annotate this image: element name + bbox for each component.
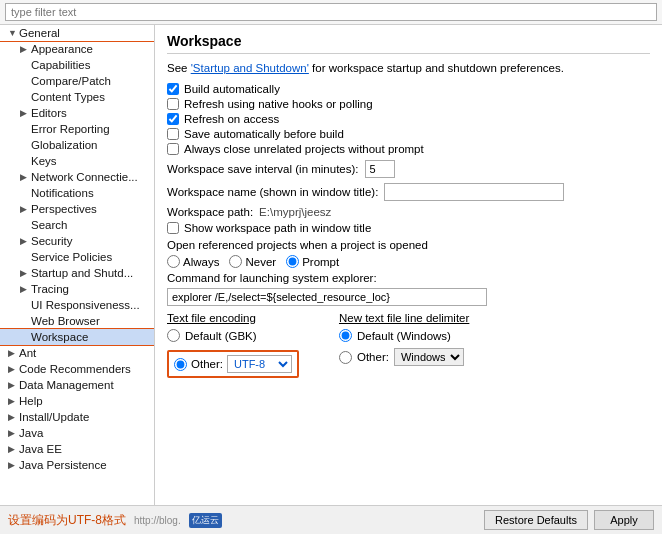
sidebar-item-general[interactable]: General — [0, 25, 154, 41]
sidebar-label-notifications: Notifications — [31, 187, 94, 199]
newline-other-label: Other: — [357, 351, 389, 363]
link-suffix: for workspace startup and shutdown prefe… — [309, 62, 564, 74]
sidebar-item-ui-responsiveness[interactable]: UI Responsiveness... — [0, 297, 154, 313]
sidebar-label-java-persistence: Java Persistence — [19, 459, 107, 471]
sidebar-item-perspectives[interactable]: Perspectives — [0, 201, 154, 217]
main-layout: GeneralAppearanceCapabilitiesCompare/Pat… — [0, 25, 662, 505]
open-ref-radio-group: Always Never Prompt — [167, 255, 650, 268]
show-path-checkbox[interactable] — [167, 222, 179, 234]
newline-default-radio[interactable] — [339, 329, 352, 342]
workspace-name-label: Workspace name (shown in window title): — [167, 186, 378, 198]
triangle-icon-startup-shutdown — [20, 268, 28, 278]
newline-other-row: Other: Windows Unix Mac OS X — [339, 348, 469, 366]
sidebar-label-network-connectivity: Network Connectie... — [31, 171, 138, 183]
newline-other-radio[interactable] — [339, 351, 352, 364]
checkbox-refresh-access[interactable] — [167, 113, 179, 125]
checkbox-build-auto[interactable] — [167, 83, 179, 95]
sidebar-label-workspace: Workspace — [31, 331, 88, 343]
text-encoding-col: Text file encoding Default (GBK) Other: … — [167, 312, 299, 378]
encoding-other-radio[interactable] — [174, 358, 187, 371]
sidebar-item-capabilities[interactable]: Capabilities — [0, 57, 154, 73]
open-ref-always-radio[interactable] — [167, 255, 180, 268]
sidebar-item-workspace[interactable]: Workspace — [0, 329, 154, 345]
sidebar-item-install-update[interactable]: Install/Update — [0, 409, 154, 425]
sidebar-label-web-browser: Web Browser — [31, 315, 100, 327]
chinese-note: 设置编码为UTF-8格式 — [8, 512, 126, 529]
sidebar-item-ant[interactable]: Ant — [0, 345, 154, 361]
watermark-logo: 亿运云 — [189, 513, 222, 528]
checkbox-row-build-auto: Build automatically — [167, 83, 650, 95]
sidebar-item-network-connectivity[interactable]: Network Connectie... — [0, 169, 154, 185]
triangle-icon-appearance — [20, 44, 28, 54]
checkbox-row-save-auto: Save automatically before build — [167, 128, 650, 140]
sidebar-label-editors: Editors — [31, 107, 67, 119]
open-ref-prompt-radio[interactable] — [286, 255, 299, 268]
open-ref-never-radio[interactable] — [229, 255, 242, 268]
sidebar-label-appearance: Appearance — [31, 43, 93, 55]
sidebar-item-error-reporting[interactable]: Error Reporting — [0, 121, 154, 137]
sidebar-label-ui-responsiveness: UI Responsiveness... — [31, 299, 140, 311]
sidebar-item-globalization[interactable]: Globalization — [0, 137, 154, 153]
explorer-command-label: Command for launching system explorer: — [167, 272, 377, 284]
triangle-icon-tracing — [20, 284, 28, 294]
page-title: Workspace — [167, 33, 650, 54]
triangle-icon-ant — [8, 348, 16, 358]
checkbox-row-refresh-access: Refresh on access — [167, 113, 650, 125]
open-ref-label: Open referenced projects when a project … — [167, 239, 650, 251]
checkbox-save-auto[interactable] — [167, 128, 179, 140]
sidebar-item-tracing[interactable]: Tracing — [0, 281, 154, 297]
open-ref-prompt[interactable]: Prompt — [286, 255, 339, 268]
filter-input[interactable] — [5, 3, 657, 21]
triangle-icon-general — [8, 28, 16, 38]
sidebar-item-security[interactable]: Security — [0, 233, 154, 249]
sidebar-item-web-browser[interactable]: Web Browser — [0, 313, 154, 329]
triangle-icon-help — [8, 396, 16, 406]
explorer-command-input[interactable] — [167, 288, 487, 306]
sidebar-label-search: Search — [31, 219, 67, 231]
sidebar-label-install-update: Install/Update — [19, 411, 89, 423]
sidebar-item-notifications[interactable]: Notifications — [0, 185, 154, 201]
encoding-default-radio[interactable] — [167, 329, 180, 342]
sidebar-label-service-policies: Service Policies — [31, 251, 112, 263]
open-ref-always[interactable]: Always — [167, 255, 219, 268]
sidebar-label-error-reporting: Error Reporting — [31, 123, 110, 135]
explorer-command-row: Command for launching system explorer: — [167, 272, 650, 284]
encoding-default-row: Default (GBK) — [167, 329, 299, 342]
sidebar-item-java-ee[interactable]: Java EE — [0, 441, 154, 457]
bottom-bar: 设置编码为UTF-8格式 http://blog. 亿运云 Restore De… — [0, 505, 662, 534]
checkbox-close-unrelated[interactable] — [167, 143, 179, 155]
sidebar-item-help[interactable]: Help — [0, 393, 154, 409]
checkbox-refresh-native[interactable] — [167, 98, 179, 110]
newline-select[interactable]: Windows Unix Mac OS X — [394, 348, 464, 366]
save-interval-input[interactable] — [365, 160, 395, 178]
sidebar-label-security: Security — [31, 235, 73, 247]
encoding-select[interactable]: UTF-8 GBK ISO-8859-1 US-ASCII — [227, 355, 292, 373]
apply-button[interactable]: Apply — [594, 510, 654, 530]
triangle-icon-install-update — [8, 412, 16, 422]
checkbox-label-save-auto: Save automatically before build — [184, 128, 344, 140]
sidebar-item-java[interactable]: Java — [0, 425, 154, 441]
restore-defaults-button[interactable]: Restore Defaults — [484, 510, 588, 530]
startup-shutdown-link[interactable]: 'Startup and Shutdown' — [191, 62, 309, 74]
sidebar-item-content-types[interactable]: Content Types — [0, 89, 154, 105]
sidebar-item-compare-patch[interactable]: Compare/Patch — [0, 73, 154, 89]
sidebar-item-service-policies[interactable]: Service Policies — [0, 249, 154, 265]
triangle-icon-network-connectivity — [20, 172, 28, 182]
sidebar-item-data-management[interactable]: Data Management — [0, 377, 154, 393]
bottom-buttons: Restore Defaults Apply — [484, 510, 654, 530]
sidebar-item-editors[interactable]: Editors — [0, 105, 154, 121]
sidebar-item-java-persistence[interactable]: Java Persistence — [0, 457, 154, 473]
sidebar-item-search[interactable]: Search — [0, 217, 154, 233]
triangle-icon-data-management — [8, 380, 16, 390]
open-ref-never[interactable]: Never — [229, 255, 276, 268]
sidebar-item-keys[interactable]: Keys — [0, 153, 154, 169]
sidebar-item-startup-shutdown[interactable]: Startup and Shutd... — [0, 265, 154, 281]
newline-default-label: Default (Windows) — [357, 330, 451, 342]
sidebar-item-code-recommenders[interactable]: Code Recommenders — [0, 361, 154, 377]
checkboxes-group: Build automaticallyRefresh using native … — [167, 83, 650, 155]
encoding-default-label: Default (GBK) — [185, 330, 257, 342]
sidebar-item-appearance[interactable]: Appearance — [0, 41, 154, 57]
workspace-name-input[interactable] — [384, 183, 564, 201]
checkbox-label-close-unrelated: Always close unrelated projects without … — [184, 143, 424, 155]
workspace-path-label: Workspace path: — [167, 206, 253, 218]
